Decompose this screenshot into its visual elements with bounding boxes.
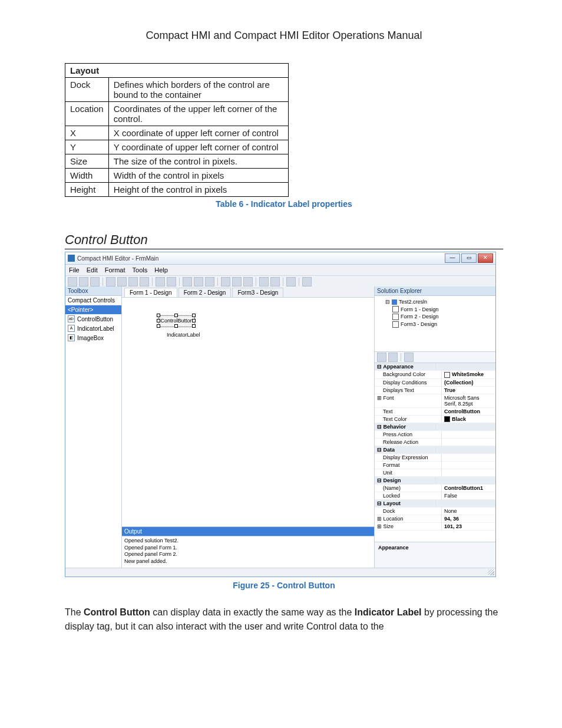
output-line: Opened panel Form 2. <box>124 551 372 558</box>
property-row[interactable]: Displays TextTrue <box>375 387 495 394</box>
property-grid-toolbar <box>375 352 495 363</box>
designer-tabs: Form 1 - DesignForm 2 - DesignForm3 - De… <box>122 286 374 298</box>
toolbar-icon[interactable] <box>221 277 230 286</box>
toolbar-icon[interactable] <box>232 277 242 286</box>
property-row[interactable]: ⊞ Location94, 36 <box>375 515 495 523</box>
maximize-button[interactable]: ▭ <box>461 253 477 263</box>
table-row-key: Dock <box>65 78 109 102</box>
property-row[interactable]: Text ColorBlack <box>375 416 495 424</box>
property-row[interactable]: Press Action <box>375 431 495 439</box>
solution-explorer-pane: Solution Explorer ⊟Test2.cresln Form 1 -… <box>375 286 495 352</box>
menu-item[interactable]: Tools <box>133 266 148 274</box>
output-pane: Output Opened solution Test2.Opened pane… <box>122 526 374 568</box>
toolbox-item[interactable]: ◧ImageBox <box>65 333 121 342</box>
table-row-desc: Height of the control in pixels <box>108 183 288 197</box>
property-row[interactable]: LockedFalse <box>375 492 495 500</box>
toolbox-item-icon: ab <box>68 315 75 322</box>
toolbox-item-icon: ◧ <box>68 334 75 341</box>
toolbar-icon[interactable] <box>128 277 138 286</box>
toolbar-icon[interactable] <box>243 277 253 286</box>
toolbar-icon[interactable] <box>90 277 100 286</box>
form-icon <box>392 314 399 320</box>
property-category[interactable]: ⊟ Appearance <box>375 363 495 371</box>
indicatorlabel-text: IndicatorLabel <box>167 332 200 338</box>
menu-item[interactable]: File <box>69 266 80 274</box>
table-row-desc: Coordinates of the upper left corner of … <box>108 102 288 126</box>
property-row[interactable]: (Name)ControlButton1 <box>375 485 495 492</box>
toolbar-icon[interactable] <box>205 277 214 286</box>
status-bar <box>65 568 495 577</box>
toolbar-icon[interactable] <box>106 277 115 286</box>
designer-tab[interactable]: Form3 - Design <box>232 288 283 297</box>
toolbar-icon[interactable] <box>68 277 77 286</box>
resize-grip-icon[interactable] <box>488 569 494 575</box>
toolbar-icon[interactable] <box>79 277 88 286</box>
toolbox-pointer[interactable]: <Pointer> <box>65 305 121 314</box>
toolbar-separator <box>217 278 218 286</box>
menu-item[interactable]: Format <box>105 266 125 274</box>
output-line: New panel added. <box>124 558 372 565</box>
toolbox-header: Toolbox <box>65 286 121 296</box>
window-titlebar: Compact HMI Editor - FrmMain — ▭ ✕ <box>65 252 495 265</box>
output-line: Opened solution Test2. <box>124 538 372 545</box>
close-button[interactable]: ✕ <box>478 253 493 263</box>
screenshot-compact-hmi-editor: Compact HMI Editor - FrmMain — ▭ ✕ FileE… <box>65 252 496 577</box>
toolbox-group: Compact Controls <box>65 296 121 305</box>
property-category[interactable]: ⊟ Data <box>375 446 495 454</box>
form-icon <box>392 321 399 328</box>
document-title: Compact HMI and Compact HMI Editor Opera… <box>65 29 503 42</box>
menu-item[interactable]: Edit <box>87 266 98 274</box>
table-row-key: Y <box>65 140 109 154</box>
property-row[interactable]: TextControlButton <box>375 408 495 416</box>
table-row-key: Width <box>65 169 109 183</box>
toolbox-item[interactable]: abControlButton <box>65 314 121 324</box>
property-description: Appearance <box>375 542 495 568</box>
property-row[interactable]: ⊞ FontMicrosoft Sans Serif, 8.25pt <box>375 394 495 408</box>
property-row[interactable]: Background ColorWhiteSmoke <box>375 371 495 379</box>
minimize-button[interactable]: — <box>445 253 460 263</box>
body-paragraph: The Control Button can display data in e… <box>65 605 503 634</box>
toolbar-icon[interactable] <box>183 277 192 286</box>
property-row[interactable]: DockNone <box>375 508 495 515</box>
designer-tab[interactable]: Form 1 - Design <box>124 288 177 297</box>
designer-tab[interactable]: Form 2 - Design <box>178 288 232 297</box>
toolbar-icon[interactable] <box>270 277 280 286</box>
solution-explorer-header: Solution Explorer <box>375 286 495 296</box>
form-node[interactable]: Form 2 - Design <box>378 313 492 321</box>
property-pages-icon[interactable] <box>404 353 414 362</box>
property-category[interactable]: ⊟ Design <box>375 477 495 485</box>
categorized-icon[interactable] <box>377 353 386 362</box>
toolbar-icon[interactable] <box>140 277 149 286</box>
toolbar-icon[interactable] <box>286 277 296 286</box>
property-row[interactable]: ⊞ Size101, 23 <box>375 523 495 531</box>
app-icon <box>68 255 75 262</box>
toolbar-icon[interactable] <box>156 277 165 286</box>
toolbox-item[interactable]: AIndicatorLabel <box>65 324 121 333</box>
designer-canvas[interactable]: ControlButton IndicatorLabel <box>122 298 374 526</box>
property-category[interactable]: ⊟ Behavior <box>375 423 495 431</box>
toolbar-icon[interactable] <box>194 277 203 286</box>
property-row[interactable]: Unit <box>375 469 495 477</box>
toolbar-icon[interactable] <box>167 277 176 286</box>
output-header: Output <box>122 527 374 536</box>
form-node[interactable]: Form3 - Design <box>378 321 492 328</box>
toolbox-item-icon: A <box>68 325 75 332</box>
property-row[interactable]: Format <box>375 462 495 469</box>
toolbar-separator <box>179 278 180 286</box>
toolbar-icon[interactable] <box>302 277 312 286</box>
toolbar-icon[interactable] <box>259 277 269 286</box>
property-row[interactable]: Display Expression <box>375 454 495 462</box>
table-row-desc: Width of the control in pixels <box>108 169 288 183</box>
property-row[interactable]: Release Action <box>375 439 495 446</box>
table-row-desc: Defines which borders of the control are… <box>108 78 288 102</box>
project-node[interactable]: ⊟Test2.cresln <box>378 298 492 306</box>
property-grid: ⊟ AppearanceBackground ColorWhiteSmokeDi… <box>375 352 495 568</box>
property-category[interactable]: ⊟ Layout <box>375 500 495 508</box>
form-node[interactable]: Form 1 - Design <box>378 306 492 314</box>
menu-bar: FileEditFormatToolsHelp <box>65 265 495 276</box>
alphabetical-icon[interactable] <box>388 353 398 362</box>
menu-item[interactable]: Help <box>154 266 168 274</box>
property-row[interactable]: Display Conditions(Collection) <box>375 379 495 387</box>
section-heading: Control Button <box>65 232 503 249</box>
toolbar-icon[interactable] <box>117 277 127 286</box>
